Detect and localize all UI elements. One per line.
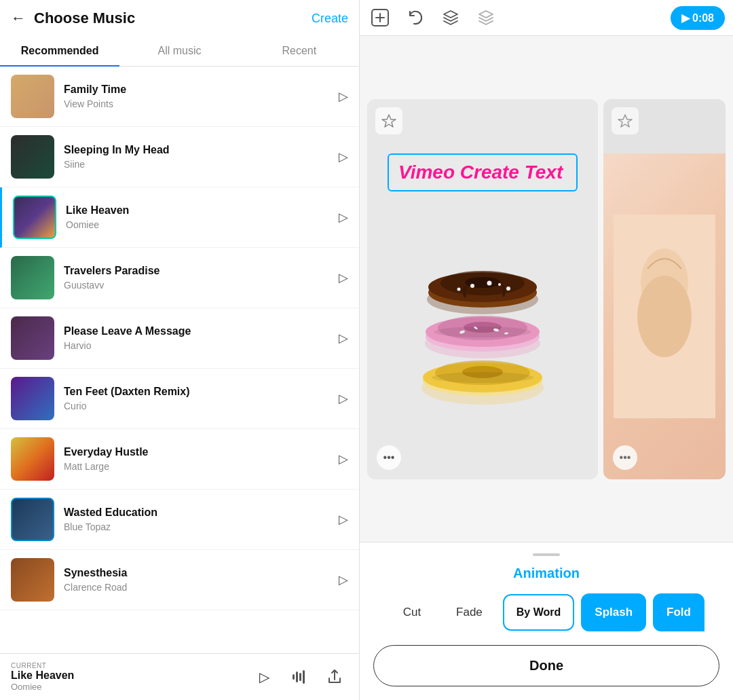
thumbnail [11, 75, 54, 118]
svg-rect-0 [293, 674, 295, 680]
music-info: Family Time View Points [64, 84, 329, 109]
play-button[interactable] [339, 89, 348, 104]
slide-layer-icon[interactable] [375, 107, 402, 134]
tab-all-music[interactable]: All music [119, 37, 239, 67]
thumbnail [11, 256, 54, 299]
slide-more-button[interactable]: ••• [377, 445, 401, 470]
music-artist: Guustavv [64, 280, 329, 291]
music-title: Travelers Paradise [64, 265, 329, 277]
slide-text-box[interactable]: Vimeo Create Text [388, 153, 578, 191]
tab-recommended[interactable]: Recommended [0, 37, 119, 67]
play-button[interactable] [339, 270, 348, 285]
now-playing-label: CURRENT [11, 662, 242, 669]
music-artist: Blue Topaz [64, 521, 329, 532]
music-artist: Curio [64, 401, 329, 411]
svg-point-33 [637, 276, 692, 357]
music-title: Please Leave A Message [64, 325, 329, 337]
music-title: Like Heaven [66, 204, 329, 217]
header: ← Choose Music Create [0, 0, 359, 37]
svg-point-23 [465, 277, 500, 288]
animation-panel: Animation Cut Fade By Word Splash Fold D… [360, 542, 733, 700]
tab-recent[interactable]: Recent [240, 37, 359, 67]
play-button[interactable] [339, 391, 348, 406]
play-button[interactable] [339, 149, 348, 164]
music-info: Please Leave A Message Harvio [64, 325, 329, 351]
music-info: Like Heaven Oomiee [66, 204, 329, 230]
music-title: Wasted Education [64, 506, 329, 519]
play-button[interactable] [339, 452, 348, 466]
list-item[interactable]: Please Leave A Message Harvio [0, 308, 359, 369]
layers-icon[interactable] [438, 5, 463, 30]
play-button[interactable] [339, 512, 348, 527]
music-artist: Harvio [64, 340, 329, 351]
thumbnail [11, 377, 54, 420]
svg-point-26 [457, 287, 461, 291]
svg-point-24 [470, 284, 474, 288]
music-info: Travelers Paradise Guustavv [64, 265, 329, 291]
canvas-slide-2[interactable]: ••• [603, 99, 726, 479]
svg-rect-3 [303, 670, 305, 684]
donut-svg [408, 232, 557, 415]
list-item[interactable]: Ten Feet (Daxten Remix) Curio [0, 369, 359, 429]
thumbnail [11, 316, 54, 360]
animation-splash[interactable]: Splash [581, 593, 646, 631]
editor-panel: ▶ 0:08 Vimeo Create Text [360, 0, 733, 700]
canvas-slide-1[interactable]: Vimeo Create Text [367, 99, 598, 479]
list-item[interactable]: Like Heaven Oomiee [0, 187, 359, 248]
music-artist: Siine [64, 159, 329, 170]
play-button[interactable] [339, 210, 348, 225]
animation-fold[interactable]: Fold [653, 593, 704, 631]
slide-2-layer-icon[interactable] [612, 107, 639, 134]
now-playing-title: Like Heaven [11, 669, 242, 682]
thumbnail [11, 437, 54, 481]
list-item[interactable]: Wasted Education Blue Topaz [0, 490, 359, 550]
canvas-area: Vimeo Create Text [360, 36, 733, 542]
animation-cut[interactable]: Cut [388, 593, 436, 631]
music-info: Sleeping In My Head Siine [64, 144, 329, 170]
animation-options: Cut Fade By Word Splash Fold [373, 593, 719, 631]
play-button[interactable] [339, 572, 348, 587]
done-button[interactable]: Done [373, 645, 719, 686]
now-playing-share-button[interactable] [321, 663, 348, 690]
music-artist: Clarence Road [64, 582, 329, 593]
music-title: Sleeping In My Head [64, 144, 329, 156]
list-item[interactable]: Sleeping In My Head Siine [0, 127, 359, 187]
list-item[interactable]: Family Time View Points [0, 67, 359, 127]
now-playing-play-button[interactable]: ▷ [250, 663, 278, 690]
slide-2-image [603, 153, 726, 479]
add-icon[interactable] [368, 5, 392, 30]
back-button[interactable]: ← [11, 10, 26, 27]
list-item[interactable]: Travelers Paradise Guustavv [0, 248, 359, 308]
svg-point-28 [498, 283, 501, 286]
slide-2-more-button[interactable]: ••• [613, 445, 637, 470]
music-list: Family Time View Points Sleeping In My H… [0, 67, 359, 653]
now-playing-bar: CURRENT Like Heaven Oomiee ▷ [0, 653, 359, 700]
thumbnail [11, 135, 54, 179]
svg-rect-1 [296, 671, 298, 682]
play-button[interactable] [339, 331, 348, 346]
create-button[interactable]: Create [312, 12, 348, 26]
animation-title: Animation [373, 566, 719, 581]
music-info: Wasted Education Blue Topaz [64, 506, 329, 532]
thumbnail [13, 196, 56, 239]
now-playing-waveform-button[interactable] [286, 663, 313, 690]
list-item[interactable]: Synesthesia Clarence Road [0, 550, 359, 610]
play-timer-button[interactable]: ▶ 0:08 [671, 6, 725, 30]
now-playing-artist: Oomiee [11, 682, 242, 692]
music-artist: Oomiee [66, 219, 329, 230]
list-item[interactable]: Everyday Hustle Matt Large [0, 429, 359, 490]
svg-point-29 [432, 372, 533, 383]
editor-toolbar: ▶ 0:08 [360, 0, 733, 36]
svg-point-30 [434, 327, 531, 337]
animation-fade[interactable]: Fade [443, 593, 496, 631]
undo-icon[interactable] [403, 5, 428, 30]
animation-by-word[interactable]: By Word [503, 594, 574, 631]
page-title: Choose Music [34, 10, 303, 27]
music-panel: ← Choose Music Create Recommended All mu… [0, 0, 360, 700]
music-title: Ten Feet (Daxten Remix) [64, 386, 329, 398]
tab-bar: Recommended All music Recent [0, 37, 359, 67]
music-info: Ten Feet (Daxten Remix) Curio [64, 386, 329, 411]
layers2-icon[interactable] [474, 5, 498, 30]
music-info: Synesthesia Clarence Road [64, 567, 329, 593]
slide-text: Vimeo Create Text [398, 162, 567, 183]
